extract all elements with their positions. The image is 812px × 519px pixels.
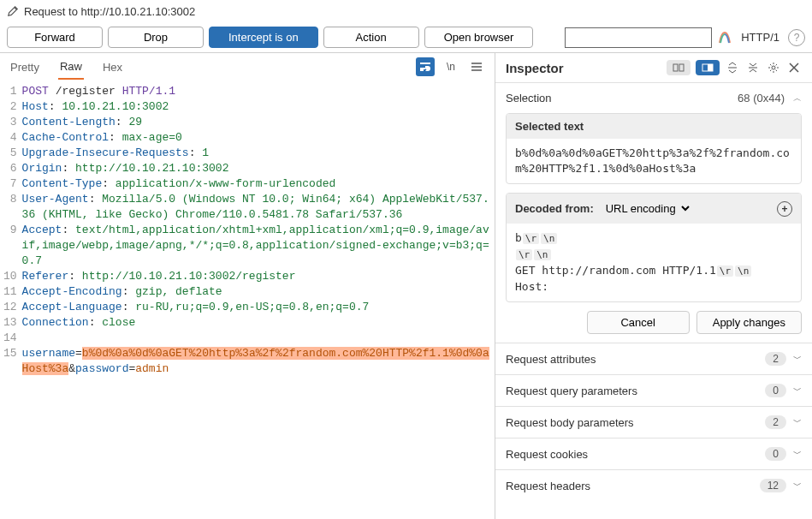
chevron-down-icon: ﹀ — [793, 385, 802, 397]
section-header[interactable]: Request cookies0﹀ — [495, 438, 812, 469]
chevron-down-icon: ﹀ — [793, 448, 802, 460]
action-button[interactable]: Action — [323, 27, 419, 48]
pencil-icon — [7, 5, 19, 17]
open-browser-button[interactable]: Open browser — [424, 27, 534, 48]
toolbar: Forward Drop Intercept is on Action Open… — [0, 22, 812, 53]
hamburger-icon[interactable] — [467, 57, 486, 76]
collapse-all-icon[interactable] — [745, 60, 761, 75]
expand-all-icon[interactable] — [725, 60, 740, 75]
chevron-down-icon: ﹀ — [793, 353, 802, 365]
layout-sidebar-icon[interactable] — [696, 60, 720, 75]
newline-toggle-icon[interactable]: \n — [442, 57, 460, 76]
gear-icon[interactable] — [766, 60, 781, 75]
inspector-panel: Inspector Selection 68 (0x44) ︿ Selected… — [495, 53, 812, 519]
svg-rect-1 — [679, 64, 684, 71]
svg-point-4 — [772, 66, 775, 69]
svg-rect-3 — [708, 64, 713, 71]
selected-text-label: Selected text — [507, 114, 801, 139]
section-header[interactable]: Request attributes2﹀ — [495, 343, 812, 374]
drop-button[interactable]: Drop — [108, 27, 204, 48]
tab-pretty[interactable]: Pretty — [9, 56, 41, 79]
editor-tabs: Pretty Raw Hex \n — [0, 53, 495, 81]
burp-logo-icon — [717, 30, 732, 45]
count-badge: 12 — [760, 479, 786, 492]
intercept-toggle[interactable]: Intercept is on — [209, 27, 318, 48]
http-version-label[interactable]: HTTP/1 — [741, 31, 779, 44]
window-titlebar: Request to http://10.10.21.10:3002 — [0, 0, 812, 22]
count-badge: 0 — [765, 447, 786, 461]
encoding-select[interactable]: URL encoding — [601, 200, 692, 218]
chevron-up-icon: ︿ — [793, 92, 802, 104]
request-editor-panel: Pretty Raw Hex \n 123456789101112131415 … — [0, 53, 495, 519]
help-icon[interactable]: ? — [788, 29, 805, 46]
selected-text-value: b%0d%0a%0d%0aGET%20http%3a%2f%2frandom.c… — [507, 139, 801, 183]
inspector-title: Inspector — [506, 61, 661, 75]
section-header[interactable]: Request query parameters0﹀ — [495, 375, 812, 406]
svg-rect-0 — [673, 64, 678, 71]
chevron-down-icon: ﹀ — [793, 416, 802, 428]
search-input[interactable] — [565, 27, 712, 48]
chevron-down-icon: ﹀ — [793, 480, 802, 492]
decoded-value[interactable]: b\r\n\r\nGET http://random.com HTTP/1.1\… — [507, 224, 801, 301]
selection-count: 68 (0x44) — [738, 92, 785, 104]
code-editor[interactable]: 123456789101112131415 POST /register HTT… — [0, 81, 495, 519]
layout-columns-icon[interactable] — [667, 60, 690, 75]
apply-changes-button[interactable]: Apply changes — [696, 311, 802, 334]
close-icon[interactable] — [786, 60, 802, 75]
forward-button[interactable]: Forward — [7, 27, 103, 48]
count-badge: 2 — [765, 352, 786, 366]
wrap-toggle-icon[interactable] — [416, 57, 435, 76]
tab-raw[interactable]: Raw — [58, 55, 84, 80]
cancel-button[interactable]: Cancel — [587, 311, 690, 334]
tab-hex[interactable]: Hex — [101, 56, 124, 79]
window-title: Request to http://10.10.21.10:3002 — [24, 5, 195, 18]
add-decoder-icon[interactable]: + — [777, 201, 792, 217]
count-badge: 2 — [765, 415, 786, 429]
count-badge: 0 — [765, 384, 786, 397]
section-header[interactable]: Request headers12﹀ — [495, 470, 812, 501]
selection-section-header[interactable]: Selection 68 (0x44) ︿ — [495, 83, 812, 113]
decoded-from-label: Decoded from: — [515, 202, 594, 215]
section-header[interactable]: Request body parameters2﹀ — [495, 407, 812, 438]
